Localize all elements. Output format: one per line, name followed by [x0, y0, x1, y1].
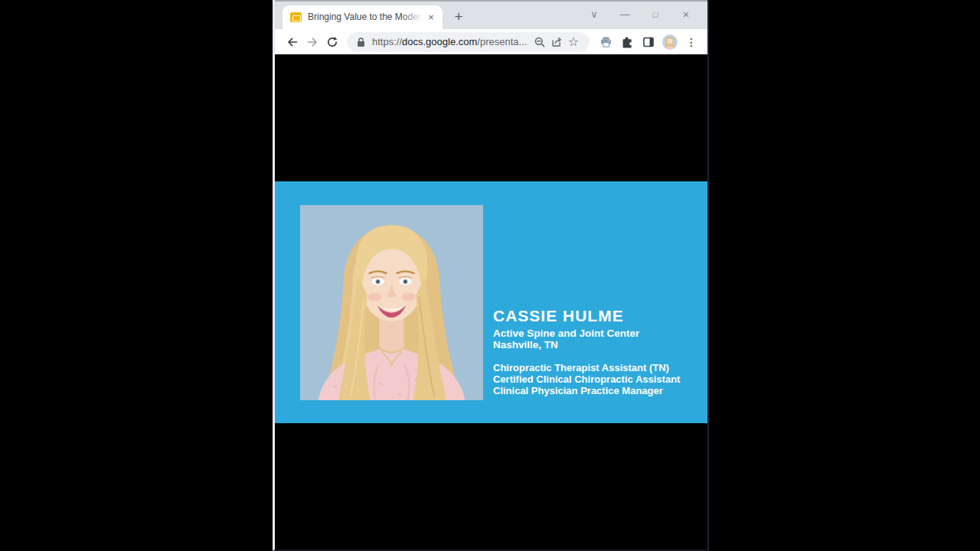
address-bar[interactable]: https://docs.google.com/presenta... ☆ — [347, 32, 590, 52]
speaker-organization: Active Spine and Joint Center — [493, 328, 680, 339]
forward-button[interactable] — [302, 32, 322, 52]
tab-title: Bringing Value to the Modern Ch — [308, 11, 423, 23]
browser-toolbar: https://docs.google.com/presenta... ☆ — [275, 29, 707, 54]
puzzle-piece-icon — [621, 36, 633, 48]
tab-close-icon[interactable]: × — [424, 11, 438, 24]
speaker-location: Nashville, TN — [493, 339, 680, 350]
tab-title-fade — [401, 11, 423, 23]
tab-strip: Bringing Value to the Modern Ch × + ∨ — … — [275, 0, 707, 29]
share-icon[interactable] — [548, 34, 565, 51]
forward-arrow-icon — [306, 36, 318, 48]
speaker-info: CASSIE HULME Active Spine and Joint Cent… — [493, 307, 680, 397]
reload-icon — [326, 36, 338, 48]
new-tab-button[interactable]: + — [447, 5, 470, 28]
google-slides-favicon-icon — [290, 12, 302, 22]
reload-button[interactable] — [322, 32, 342, 52]
side-panel-icon — [642, 36, 655, 48]
slide[interactable]: CASSIE HULME Active Spine and Joint Cent… — [275, 181, 707, 423]
window-maximize-button[interactable]: □ — [640, 5, 671, 24]
bookmark-star-icon[interactable]: ☆ — [565, 34, 582, 51]
back-arrow-icon — [286, 36, 299, 48]
screen: Bringing Value to the Modern Ch × + ∨ — … — [0, 0, 980, 551]
browser-tab[interactable]: Bringing Value to the Modern Ch × — [283, 5, 443, 29]
credential-line: Certified Clinical Chiropractic Assistan… — [493, 373, 680, 385]
browser-menu-button[interactable]: ⋮ — [681, 32, 701, 52]
extensions-button[interactable] — [617, 32, 637, 52]
speaker-photo — [300, 205, 483, 400]
window-close-button[interactable]: × — [671, 5, 701, 24]
lock-icon — [356, 37, 366, 47]
browser-window: Bringing Value to the Modern Ch × + ∨ — … — [273, 0, 709, 551]
speaker-name: CASSIE HULME — [493, 307, 680, 325]
zoom-out-icon[interactable] — [531, 34, 548, 51]
three-dots-icon: ⋮ — [686, 36, 697, 48]
speaker-credentials: Chiropractic Therapist Assistant (TN) Ce… — [493, 362, 680, 397]
print-button[interactable] — [596, 32, 616, 52]
presentation-viewport[interactable]: CASSIE HULME Active Spine and Joint Cent… — [275, 54, 707, 548]
window-restore-button[interactable]: ∨ — [579, 5, 609, 24]
credential-line: Clinical Physician Practice Manager — [493, 385, 680, 396]
credential-line: Chiropractic Therapist Assistant (TN) — [493, 362, 680, 373]
back-button[interactable] — [283, 32, 302, 52]
window-controls: ∨ — □ × — [579, 5, 701, 24]
url-text: https://docs.google.com/presenta... — [372, 36, 527, 47]
printer-icon — [599, 36, 612, 48]
profile-avatar-button[interactable] — [660, 32, 680, 52]
side-panel-button[interactable] — [639, 32, 658, 52]
profile-avatar-photo — [662, 34, 678, 50]
window-minimize-button[interactable]: — — [609, 5, 640, 24]
